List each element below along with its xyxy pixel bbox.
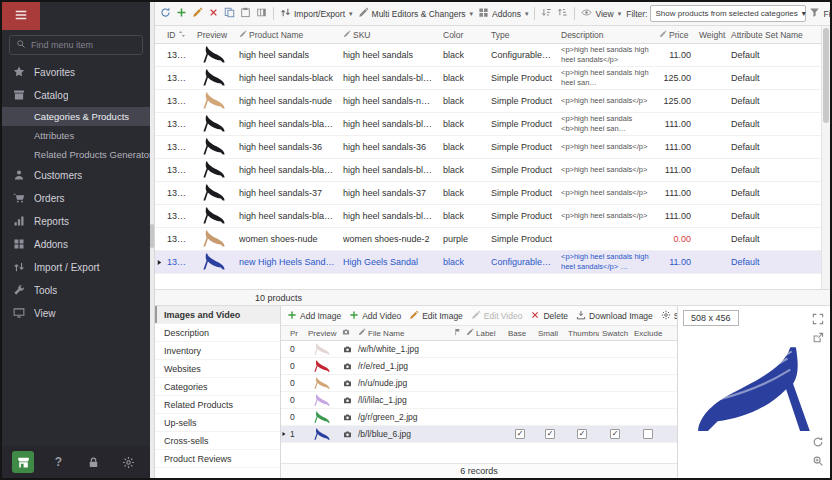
edit-image-button[interactable]: Edit Image — [406, 308, 466, 324]
tab-cross-sells[interactable]: Cross-sells — [155, 432, 280, 450]
products-scrollbar[interactable] — [821, 26, 830, 289]
edit-product-button[interactable] — [190, 5, 205, 22]
column-header-attribute-set-name[interactable]: Attribute Set Name — [727, 30, 821, 40]
column-header-exclude[interactable]: Exclude — [631, 329, 665, 338]
product-row[interactable]: 13740high heel sandals-black-38high heel… — [155, 205, 821, 228]
column-header-id[interactable]: ID — [163, 30, 193, 40]
addons-menu[interactable]: Addons▾ — [476, 5, 530, 22]
product-row[interactable]: 13931new High Heels SandalsHigh Geels Sa… — [155, 251, 821, 274]
sidebar-item-view[interactable]: View — [2, 302, 150, 325]
tab-websites[interactable]: Websites — [155, 360, 280, 378]
media-row[interactable]: 0/g/r/green_2.jpg — [281, 409, 677, 426]
sidebar-item-import-export[interactable]: Import / Export — [2, 256, 150, 279]
checkbox-small-box[interactable]: ✓ — [545, 429, 555, 439]
fullscreen-icon[interactable] — [812, 311, 824, 329]
column-header-product-name[interactable]: Product Name — [235, 30, 339, 40]
column-header-color[interactable]: Color — [439, 30, 487, 40]
media-row[interactable]: 1/b/l/blue_6.jpg✓✓✓✓ — [281, 426, 677, 443]
settings-button[interactable] — [118, 451, 140, 473]
media-row[interactable]: 0/r/e/red_1.jpg — [281, 358, 677, 375]
checkbox-thumb[interactable]: ✓ — [565, 429, 599, 439]
import-export-menu[interactable]: Import/Export▾ — [278, 5, 355, 22]
product-row[interactable]: 13732high heel sandals-blackhigh heel sa… — [155, 67, 821, 90]
column-header-pr[interactable]: Pr — [287, 329, 305, 338]
panel-splitter[interactable] — [150, 2, 155, 478]
sort-descending-button[interactable] — [555, 5, 570, 22]
column-header-small[interactable]: Small — [535, 329, 565, 338]
checkbox-exclude-box[interactable] — [643, 429, 653, 439]
delete-image-button[interactable]: Delete — [527, 308, 571, 324]
product-row[interactable]: 13817women shoes-nudewomen shoes-nude-2p… — [155, 228, 821, 251]
tab-product-reviews[interactable]: Product Reviews — [155, 450, 280, 468]
add-product-button[interactable] — [174, 5, 189, 22]
set-resize-rule-button[interactable]: Set Resize Rule — [658, 308, 677, 324]
columns-button[interactable] — [254, 5, 269, 22]
product-row[interactable]: 13737high heel sandals-36high heel sanda… — [155, 136, 821, 159]
sidebar-item-catalog[interactable]: Catalog — [2, 84, 150, 107]
checkbox-swatch[interactable]: ✓ — [599, 429, 631, 439]
column-header-weight[interactable]: Weight — [695, 30, 727, 40]
open-external-icon[interactable] — [812, 330, 824, 348]
zoom-image-icon[interactable] — [812, 453, 824, 471]
sidebar-item-categories-products[interactable]: Categories & Products — [2, 107, 150, 126]
splitter-handle-icon[interactable] — [150, 224, 154, 248]
product-row[interactable]: 13731high heel sandalshigh heel sandalsb… — [155, 44, 821, 67]
add-image-button[interactable]: Add Image — [284, 308, 344, 324]
product-row[interactable]: 13736high heel sandals-black-36high heel… — [155, 113, 821, 136]
column-header-price[interactable]: Price — [655, 30, 695, 40]
sidebar-item-favorites[interactable]: Favorites — [2, 61, 150, 84]
product-row[interactable]: 13733high heel sandals-nudehigh heel san… — [155, 90, 821, 113]
paste-button[interactable] — [238, 5, 253, 22]
copy-button[interactable] — [222, 5, 237, 22]
store-button[interactable] — [12, 451, 34, 473]
sidebar-item-related-products-generator[interactable]: Related Products Generator — [2, 145, 150, 164]
sidebar-item-reports[interactable]: Reports — [2, 210, 150, 233]
column-header-camera[interactable] — [339, 328, 355, 338]
sidebar-item-addons[interactable]: Addons — [2, 233, 150, 256]
help-button[interactable]: ? — [47, 451, 69, 473]
tab-description[interactable]: Description — [155, 324, 280, 342]
add-video-button[interactable]: Add Video — [346, 308, 404, 324]
filters-menu[interactable]: Filters▾ — [807, 5, 830, 22]
scrollbar-thumb[interactable] — [823, 28, 829, 123]
tab-related-products[interactable]: Related Products — [155, 396, 280, 414]
refresh-button[interactable] — [158, 5, 173, 22]
checkbox-base[interactable]: ✓ — [505, 429, 535, 439]
multi-editors-menu[interactable]: Multi Editors & Changers▾ — [356, 5, 476, 22]
column-header-sku[interactable]: SKU — [339, 30, 439, 40]
tab-inventory[interactable]: Inventory — [155, 342, 280, 360]
column-header-flag[interactable] — [451, 328, 463, 338]
tab-up-sells[interactable]: Up-sells — [155, 414, 280, 432]
tab-images-and-video[interactable]: Images and Video — [155, 306, 280, 324]
checkbox-small[interactable]: ✓ — [535, 429, 565, 439]
checkbox-exclude[interactable] — [631, 429, 665, 439]
menu-button[interactable] — [2, 2, 40, 30]
media-row[interactable]: 0/l/i/lilac_1.jpg — [281, 392, 677, 409]
search-input[interactable] — [31, 40, 136, 50]
sort-ascending-button[interactable] — [539, 5, 554, 22]
column-header-base[interactable]: Base — [505, 329, 535, 338]
column-header-file-name[interactable]: File Name — [355, 328, 451, 338]
column-header-swatch[interactable]: Swatch — [599, 329, 631, 338]
media-row[interactable]: 0/n/u/nude.jpg — [281, 375, 677, 392]
product-row[interactable]: 13739high heel sandals-37high heel sanda… — [155, 182, 821, 205]
column-header-preview[interactable]: Preview — [193, 30, 235, 40]
product-row[interactable]: 13738high heel sandals-black-37high heel… — [155, 159, 821, 182]
lock-button[interactable] — [83, 451, 105, 473]
media-row[interactable]: 0/w/h/white_1.jpg — [281, 341, 677, 358]
tab-categories[interactable]: Categories — [155, 378, 280, 396]
column-header-thumbna[interactable]: Thumbna — [565, 329, 599, 338]
column-header-label[interactable]: Label — [463, 328, 505, 338]
download-image-button[interactable]: Download Image — [573, 308, 656, 324]
rotate-image-icon[interactable] — [812, 434, 824, 452]
sidebar-item-customers[interactable]: Customers — [2, 164, 150, 187]
checkbox-swatch-box[interactable]: ✓ — [610, 429, 620, 439]
column-header-type[interactable]: Type — [487, 30, 557, 40]
sidebar-item-tools[interactable]: Tools — [2, 279, 150, 302]
sidebar-search[interactable] — [9, 35, 143, 55]
column-header-preview[interactable]: Preview — [305, 329, 339, 338]
checkbox-base-box[interactable]: ✓ — [515, 429, 525, 439]
sidebar-item-orders[interactable]: Orders — [2, 187, 150, 210]
view-menu[interactable]: View▾ — [579, 5, 623, 22]
delete-product-button[interactable] — [206, 5, 221, 22]
